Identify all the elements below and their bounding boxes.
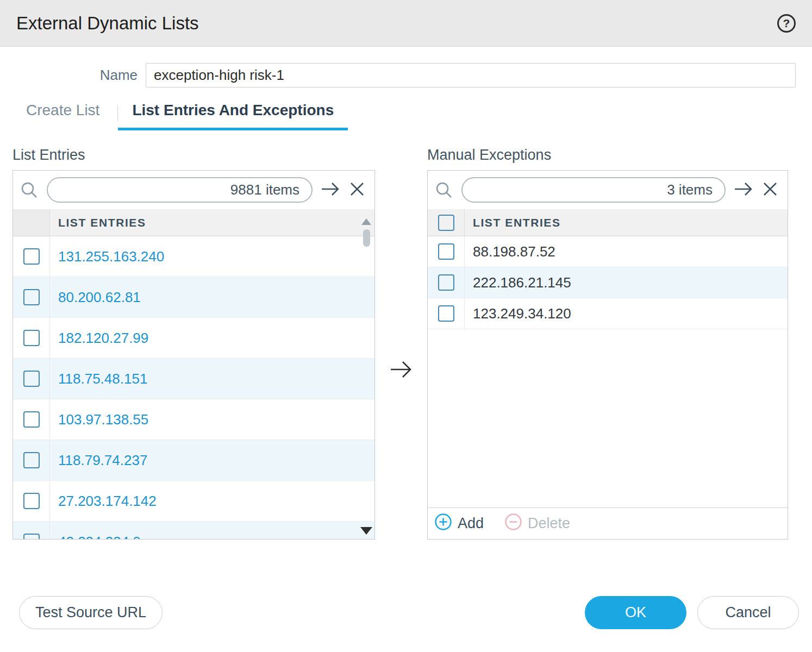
exception-row[interactable]: 123.249.34.120 — [428, 298, 788, 329]
search-icon — [20, 180, 39, 200]
list-entry-value: 118.75.48.151 — [50, 371, 147, 387]
list-entry-row[interactable]: 118.79.74.237 — [13, 440, 374, 481]
list-entry-row[interactable]: 182.120.27.99 — [13, 318, 374, 359]
list-entry-row[interactable]: 103.97.138.55 — [13, 399, 374, 440]
move-to-exceptions-button[interactable] — [375, 147, 427, 538]
arrow-right-icon — [320, 180, 341, 199]
manual-exceptions-section: Manual Exceptions 3 items — [427, 147, 788, 540]
row-checkbox[interactable] — [23, 534, 40, 539]
test-source-url-button[interactable]: Test Source URL — [19, 596, 163, 629]
add-label: Add — [458, 515, 484, 532]
list-entry-value: 27.203.174.142 — [50, 493, 157, 510]
row-checkbox[interactable] — [23, 248, 40, 265]
list-entries-apply-filter-button[interactable] — [320, 180, 341, 199]
manual-exceptions-panel: 3 items LIST ENTRIES — [427, 170, 788, 540]
list-entry-value: 103.97.138.55 — [50, 411, 148, 428]
list-entries-section: List Entries 9881 items — [13, 147, 375, 540]
scrollbar-thumb[interactable] — [363, 229, 370, 247]
delete-label: Delete — [528, 515, 570, 532]
manual-exceptions-column-header: LIST ENTRIES — [465, 209, 561, 236]
list-entries-title: List Entries — [13, 147, 375, 164]
manual-exceptions-table-header: LIST ENTRIES — [428, 209, 788, 236]
list-entry-row[interactable]: 80.200.62.81 — [13, 277, 374, 318]
exception-row[interactable]: 88.198.87.52 — [428, 236, 788, 267]
row-checkbox[interactable] — [23, 493, 40, 509]
close-icon — [761, 180, 779, 199]
name-row: Name — [0, 63, 796, 87]
tab-create-list[interactable]: Create List — [26, 102, 99, 130]
list-entry-row[interactable]: 27.203.174.142 — [13, 481, 374, 522]
name-label: Name — [0, 67, 146, 84]
delete-icon — [504, 513, 522, 535]
arrow-right-icon — [389, 359, 413, 380]
list-entry-row[interactable]: 118.75.48.151 — [13, 359, 374, 399]
list-entries-clear-filter-button[interactable] — [348, 180, 366, 199]
list-entries-search-input[interactable]: 9881 items — [47, 177, 313, 203]
exception-value: 88.198.87.52 — [465, 243, 555, 260]
list-entries-search-field[interactable] — [60, 182, 230, 198]
list-entries-search-row: 9881 items — [13, 171, 374, 209]
manual-exceptions-header-checkbox-cell — [428, 209, 465, 236]
manual-exceptions-footer: Add Delete — [428, 507, 788, 539]
manual-exceptions-search-row: 3 items — [428, 171, 788, 209]
list-entry-row-partial[interactable]: 42.234.234.0 — [13, 522, 374, 539]
add-icon — [434, 513, 452, 535]
row-checkbox[interactable] — [438, 305, 454, 322]
manual-exceptions-clear-filter-button[interactable] — [761, 180, 779, 199]
list-entry-value: 80.200.62.81 — [50, 289, 141, 306]
list-entries-header-checkbox-cell — [13, 209, 50, 236]
list-entry-value: 42.234.234.0 — [50, 534, 141, 540]
list-entry-value: 118.79.74.237 — [50, 452, 147, 469]
name-input[interactable] — [146, 63, 796, 87]
row-checkbox[interactable] — [23, 330, 40, 346]
row-checkbox[interactable] — [23, 371, 40, 387]
row-checkbox[interactable] — [438, 243, 454, 260]
add-exception-button[interactable]: Add — [434, 513, 484, 535]
list-entries-table-header: LIST ENTRIES — [13, 209, 374, 236]
list-entry-row[interactable]: 131.255.163.240 — [13, 236, 374, 277]
manual-exceptions-title: Manual Exceptions — [427, 147, 788, 164]
row-checkbox[interactable] — [23, 452, 40, 468]
row-checkbox[interactable] — [23, 411, 40, 428]
scroll-up-button[interactable] — [361, 218, 371, 225]
delete-exception-button[interactable]: Delete — [504, 513, 570, 535]
tab-list-entries-and-exceptions[interactable]: List Entries And Exceptions — [118, 102, 348, 130]
list-entries-panel: 9881 items LIST ENTRIES — [13, 170, 375, 540]
page-title: External Dynamic Lists — [16, 13, 777, 34]
arrow-right-icon — [733, 180, 754, 199]
panels-area: List Entries 9881 items — [0, 147, 812, 540]
list-entries-column-header: LIST ENTRIES — [50, 209, 146, 236]
list-entry-value: 182.120.27.99 — [50, 330, 148, 347]
row-checkbox[interactable] — [438, 274, 454, 291]
tab-bar: Create List List Entries And Exceptions — [0, 102, 812, 130]
row-checkbox[interactable] — [23, 289, 40, 305]
ok-button[interactable]: OK — [585, 596, 686, 629]
exception-value: 123.249.34.120 — [465, 305, 571, 322]
search-icon — [434, 180, 454, 200]
dialog-actions: Test Source URL OK Cancel — [0, 596, 812, 629]
scroll-down-button[interactable] — [360, 527, 372, 535]
close-icon — [348, 180, 366, 199]
help-icon[interactable]: ? — [777, 14, 796, 33]
list-entries-scrollbar[interactable] — [360, 218, 372, 536]
select-all-checkbox[interactable] — [438, 215, 454, 231]
list-entries-table-body: 131.255.163.240 80.200.62.81 182.120.27.… — [13, 236, 374, 539]
manual-exceptions-table-body: 88.198.87.52 222.186.21.145 123.249.34.1… — [428, 236, 788, 507]
exception-row[interactable]: 222.186.21.145 — [428, 267, 788, 298]
dialog-header: External Dynamic Lists ? — [0, 0, 812, 47]
manual-exceptions-search-input[interactable]: 3 items — [461, 177, 726, 203]
cancel-button[interactable]: Cancel — [697, 596, 799, 629]
list-entry-value: 131.255.163.240 — [50, 248, 164, 265]
manual-exceptions-item-count: 3 items — [667, 181, 713, 198]
empty-area — [428, 329, 788, 507]
manual-exceptions-search-field[interactable] — [474, 182, 667, 198]
manual-exceptions-apply-filter-button[interactable] — [733, 180, 754, 199]
list-entries-item-count: 9881 items — [230, 181, 299, 198]
exception-value: 222.186.21.145 — [465, 274, 571, 291]
